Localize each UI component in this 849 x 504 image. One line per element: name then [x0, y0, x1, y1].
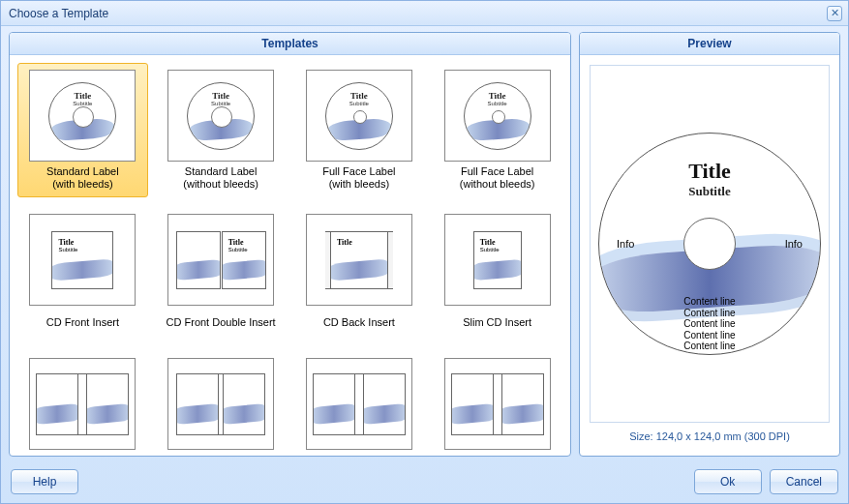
template-label: Slim DVD Cover — [182, 454, 259, 456]
template-thumbnail: TitleSubtitle — [167, 214, 274, 306]
template-label: Standard Label(without bleeds) — [183, 165, 258, 191]
templates-header: Templates — [10, 33, 570, 55]
dialog-window: Choose a Template ✕ Templates TitleSubti… — [0, 0, 849, 504]
template-item[interactable]: TitleSubtitleCD Front Double Insert — [156, 207, 287, 341]
content-area: Templates TitleSubtitleStandard Label(wi… — [1, 26, 848, 462]
preview-info-left: Info — [617, 238, 634, 250]
templates-grid: TitleSubtitleStandard Label(with bleeds)… — [17, 63, 562, 456]
template-label: US Blu-ray Cover — [318, 454, 401, 456]
button-row: Help Ok Cancel — [1, 462, 848, 503]
help-button[interactable]: Help — [11, 469, 78, 494]
cancel-button[interactable]: Cancel — [770, 469, 838, 494]
template-label: UK Blu-ray Cover — [456, 454, 539, 456]
template-label: CD Front Insert — [46, 310, 119, 335]
template-item[interactable]: US Blu-ray Cover — [294, 351, 425, 456]
template-thumbnail — [444, 358, 551, 450]
template-item[interactable]: TitleSubtitleSlim CD Insert — [432, 207, 562, 341]
template-label: Full Face Label(with bleeds) — [322, 165, 395, 191]
preview-disc: Title Subtitle Info Info Content lineCon… — [598, 133, 821, 355]
preview-title: Title — [599, 159, 820, 184]
preview-canvas: Title Subtitle Info Info Content lineCon… — [590, 65, 830, 423]
template-thumbnail: TitleSubtitle — [167, 70, 274, 162]
template-thumbnail: TitleSubtitle — [29, 70, 136, 162]
template-item[interactable]: TitleSubtitleStandard Label(with bleeds) — [17, 63, 148, 197]
template-thumbnail — [167, 358, 274, 450]
template-item[interactable]: UK Blu-ray Cover — [432, 351, 562, 456]
template-thumbnail: TitleSubtitle — [29, 214, 136, 306]
template-thumbnail — [29, 358, 136, 450]
template-label: Standard Label(with bleeds) — [46, 165, 119, 191]
template-item[interactable]: TitleSubtitleFull Face Label(with bleeds… — [294, 63, 425, 197]
template-label: Slim CD Insert — [463, 310, 531, 335]
preview-content-lines: Content lineContent lineContent lineCont… — [599, 296, 820, 352]
templates-panel: Templates TitleSubtitleStandard Label(wi… — [9, 32, 571, 457]
templates-scroll[interactable]: TitleSubtitleStandard Label(with bleeds)… — [10, 55, 570, 456]
template-label: CD Front Double Insert — [167, 310, 276, 335]
preview-body: Title Subtitle Info Info Content lineCon… — [580, 55, 839, 456]
template-item[interactable]: TitleSubtitleFull Face Label(without ble… — [432, 63, 562, 197]
titlebar: Choose a Template ✕ — [1, 1, 848, 26]
preview-panel: Preview Title Subtitle Info Info Content… — [579, 32, 840, 457]
template-item[interactable]: Standard DVD Cover — [17, 351, 148, 456]
template-item[interactable]: TitleCD Back Insert — [294, 207, 425, 341]
template-item[interactable]: TitleSubtitleStandard Label(without blee… — [156, 63, 287, 197]
template-thumbnail: TitleSubtitle — [444, 70, 551, 162]
preview-disc-hole — [683, 218, 736, 270]
preview-info-right: Info — [785, 238, 803, 250]
ok-button[interactable]: Ok — [694, 469, 762, 494]
template-thumbnail — [306, 358, 412, 450]
preview-size-label: Size: 124,0 x 124,0 mm (300 DPI) — [629, 427, 790, 446]
close-icon[interactable]: ✕ — [827, 6, 842, 21]
template-label: CD Back Insert — [323, 310, 395, 335]
template-item[interactable]: TitleSubtitleCD Front Insert — [17, 207, 148, 341]
template-thumbnail: Title — [306, 214, 412, 306]
template-label: Full Face Label(without bleeds) — [460, 165, 535, 191]
template-item[interactable]: Slim DVD Cover — [156, 351, 287, 456]
templates-body: TitleSubtitleStandard Label(with bleeds)… — [10, 55, 570, 456]
template-thumbnail: TitleSubtitle — [306, 70, 412, 162]
template-label: Standard DVD Cover — [33, 454, 133, 456]
preview-subtitle: Subtitle — [599, 184, 820, 199]
template-thumbnail: TitleSubtitle — [444, 214, 551, 306]
window-title: Choose a Template — [9, 7, 827, 20]
preview-header: Preview — [580, 33, 839, 55]
